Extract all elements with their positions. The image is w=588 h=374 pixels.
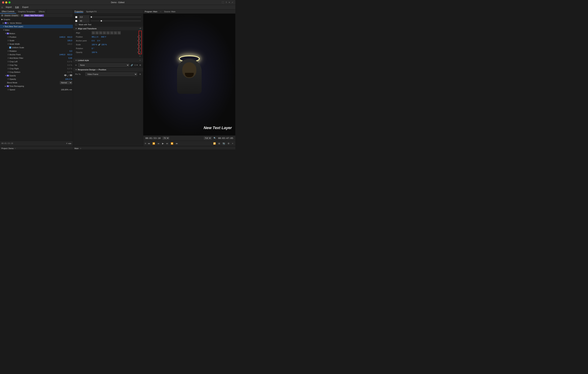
step-back-btn[interactable]: ⏪ xyxy=(152,142,156,145)
add-marker-btn[interactable]: + xyxy=(231,142,234,145)
tree-speed[interactable]: ⏱ Speed 100,00% ◀ ▶ xyxy=(0,88,73,91)
tree-position[interactable]: ⏱ Position 1440,0 810,0 xyxy=(0,35,73,39)
timecode-display[interactable]: 00:01:53:10 xyxy=(146,137,160,140)
position-y-value[interactable]: 840 Y xyxy=(101,36,106,38)
source-chip[interactable]: Source - Graphic xyxy=(4,14,19,17)
responsive-settings-icon[interactable]: ⚙ xyxy=(139,73,141,75)
rotation-keyframe[interactable] xyxy=(137,47,141,50)
value-field-1[interactable] xyxy=(79,15,89,19)
style-menu-icon[interactable]: ⊞ xyxy=(139,64,141,66)
play-btn[interactable]: ▶ xyxy=(161,142,164,145)
tree-crop-left[interactable]: ⏱ Crop Left 0,0 % xyxy=(0,60,73,63)
linked-style-select[interactable]: None xyxy=(78,63,129,67)
tree-time-remapping[interactable]: ▶ fx Time Remapping xyxy=(0,84,73,88)
fullscreen-icon[interactable]: ⛶ xyxy=(222,1,224,3)
menu-export[interactable]: Export xyxy=(21,6,30,9)
monitor-tab-source[interactable]: Source: Main xyxy=(164,10,176,13)
opacity-keyframe[interactable] xyxy=(137,51,141,54)
opacity-value[interactable]: 100 % xyxy=(92,51,97,53)
play-in-btn[interactable]: ⏯ xyxy=(157,142,160,145)
align-center-h[interactable]: ⬛ xyxy=(95,31,98,34)
step-fwd-btn[interactable]: ⏩ xyxy=(170,142,174,145)
responsive-section[interactable]: ▼ Responsive Design — Position xyxy=(73,68,143,71)
reset-btn[interactable]: ↺ xyxy=(139,27,141,30)
tree-crop-top[interactable]: ⏱ Crop Top 0,0 % xyxy=(0,63,73,67)
rotation-value[interactable]: 0 ° xyxy=(92,47,94,50)
style-count: 0 ▼ xyxy=(135,64,138,66)
safe-zones-btn[interactable]: ⊞ xyxy=(218,142,221,145)
tab-graphics-templates[interactable]: Graphics Templates xyxy=(16,10,37,13)
tree-fx-opacity[interactable]: ▼ fx Opacity 🖊 xyxy=(0,74,73,77)
mask-checkbox[interactable] xyxy=(75,23,77,26)
add-style-btn[interactable]: ＋ xyxy=(139,59,141,61)
tree-text-layer[interactable]: ▼ Text (New Text Layer) xyxy=(0,25,73,28)
tree-fx-vector-motion[interactable]: ▶ fx fx: Vector Motion xyxy=(0,21,73,25)
tree-video[interactable]: ▼ Video xyxy=(0,28,73,32)
active-chip[interactable]: Main - New Text Layer xyxy=(24,14,44,17)
align-buttons[interactable]: ⬛ ⬛ ⬛ ⬛ ⬛ ⬛ ⬛ ⬛ xyxy=(92,31,121,34)
scale-label: Scale xyxy=(76,43,92,46)
tree-scale-width[interactable]: ⏱ Scale Width 100,0 xyxy=(0,42,73,46)
pin-to-select[interactable]: Video Frame xyxy=(85,72,137,76)
loop-btn[interactable]: 🔁 xyxy=(212,142,217,145)
close-button[interactable] xyxy=(2,1,4,3)
tab-effects[interactable]: Effects xyxy=(37,10,47,13)
tree-antiflicker[interactable]: ⏱ Anti-flicker Filter 0,00 xyxy=(0,56,73,60)
scale-y-value[interactable]: 100 % xyxy=(101,43,107,46)
window-controls[interactable] xyxy=(2,1,10,3)
align-bottom[interactable]: ⬛ xyxy=(110,31,113,34)
share-icon[interactable]: ⇪ xyxy=(225,1,227,3)
link-icon-2[interactable]: 🔗 xyxy=(131,64,133,66)
tree-fx-motion[interactable]: ▼ fx Motion xyxy=(0,32,73,35)
resize-icon[interactable]: ⤢ xyxy=(232,1,233,3)
tree-crop-bottom[interactable]: ⏱ Crop Bottom 0,0 % xyxy=(0,70,73,74)
play-out-btn[interactable]: ⏯ xyxy=(166,142,169,145)
linked-style-row: ⊘ None 🔗 0 ▼ ⊞ xyxy=(73,63,143,68)
linked-style-section[interactable]: ▼ Linked style ＋ xyxy=(73,58,143,62)
full-select[interactable]: Full xyxy=(204,137,211,140)
position-keyframe[interactable] xyxy=(137,35,141,39)
home-icon[interactable]: ⌂ xyxy=(1,6,3,9)
align-left[interactable]: ⬛ xyxy=(92,31,95,34)
value-field-2[interactable] xyxy=(79,19,89,22)
align-distribute-h[interactable]: ⬛ xyxy=(114,31,117,34)
tab-spotlight-fx[interactable]: Spotlight FX xyxy=(86,10,97,13)
slider-2[interactable] xyxy=(91,21,141,21)
menu-edit[interactable]: Edit xyxy=(14,6,20,9)
anchor-y-value[interactable]: 0 Y xyxy=(97,40,100,42)
align-transform-section[interactable]: ▼ Align and Transform ↺ xyxy=(73,27,143,30)
align-center-v[interactable]: ⬛ xyxy=(106,31,110,34)
slider-1[interactable] xyxy=(91,17,141,17)
blend-mode-select[interactable]: Normal xyxy=(60,81,72,84)
tree-opacity[interactable]: ⏱ Opacity 100,0 % xyxy=(0,77,73,81)
anchor-x-value[interactable]: 0 X xyxy=(92,40,95,42)
minimize-button[interactable] xyxy=(5,1,7,3)
align-right[interactable]: ⬛ xyxy=(99,31,102,34)
tree-crop-right[interactable]: ⏱ Crop Right 0,0 % xyxy=(0,67,73,70)
export-frame-btn[interactable]: 📷 xyxy=(222,142,226,145)
position-x-value[interactable]: 881,1 X xyxy=(92,36,98,38)
tree-anchor[interactable]: ⏱ Anchor Point 1440,0 810,0 xyxy=(0,53,73,56)
titlebar-actions[interactable]: ⛶ ⇪ ≡ ⤢ xyxy=(222,1,233,3)
menu-icon[interactable]: ≡ xyxy=(229,1,230,3)
scale-keyframe[interactable] xyxy=(137,43,141,46)
tree-blend-mode[interactable]: Blend Mode Normal xyxy=(0,81,73,84)
tree-scale[interactable]: ⏱ Scale 100,0 xyxy=(0,39,73,42)
maximize-button[interactable] xyxy=(9,1,10,3)
settings-btn[interactable]: ⚙ xyxy=(227,142,230,145)
tree-rotation[interactable]: ⏱ Rotation 0,0 xyxy=(0,49,73,53)
prev-frame-btn[interactable]: ⏮ xyxy=(147,142,151,145)
monitor-tab-program[interactable]: Program: Main xyxy=(145,10,157,13)
align-top[interactable]: ⬛ xyxy=(103,31,106,34)
menu-import[interactable]: Import xyxy=(4,6,13,9)
scale-x-value[interactable]: 100 % xyxy=(92,43,97,46)
uniform-scale-checkbox[interactable]: ✓ xyxy=(9,47,11,49)
align-distribute-v[interactable]: ⬛ xyxy=(117,31,121,34)
tab-properties[interactable]: Properties xyxy=(74,10,83,13)
anchor-keyframe[interactable] xyxy=(137,39,141,42)
next-frame-btn[interactable]: ⏭ xyxy=(175,142,178,145)
tree-uniform-scale[interactable]: ✓ Uniform Scale xyxy=(0,46,73,49)
tab-effect-controls[interactable]: Effect Controls xyxy=(0,10,16,13)
add-section-btn[interactable]: ＋ xyxy=(139,55,141,58)
fit-select[interactable]: Fit xyxy=(163,137,169,140)
